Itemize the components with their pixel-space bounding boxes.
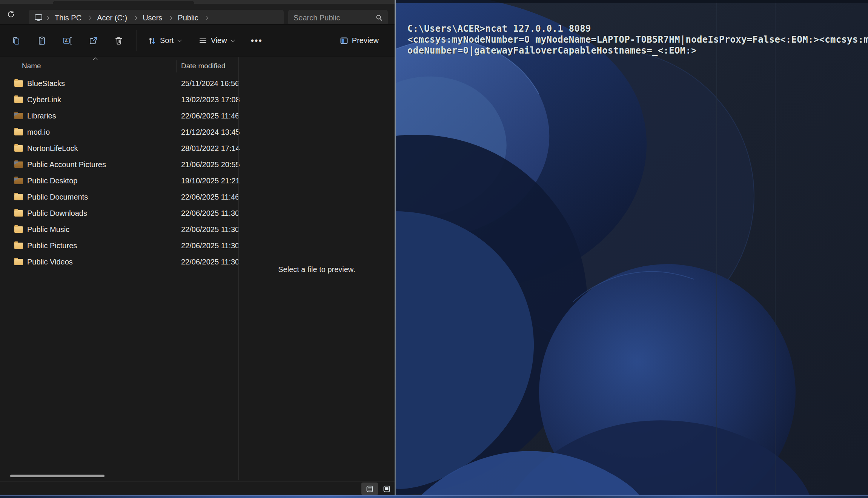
folder-icon xyxy=(14,178,23,184)
file-row[interactable]: Libraries 22/06/2025 11:46 xyxy=(0,108,238,124)
file-date-modified: 22/06/2025 11:30 xyxy=(181,225,239,234)
file-name: NortonLifeLock xyxy=(27,144,78,153)
breadcrumb-item[interactable]: Acer (C:) xyxy=(93,14,131,22)
breadcrumb[interactable]: This PC Acer (C:) Users xyxy=(29,10,284,26)
file-name: Public Documents xyxy=(27,193,88,201)
file-row[interactable]: Public Documents 22/06/2025 11:46 xyxy=(0,189,238,205)
file-date-modified: 22/06/2025 11:46 xyxy=(181,112,239,120)
preview-pane-icon xyxy=(340,36,349,45)
file-date-modified: 22/06/2025 11:30 xyxy=(181,241,239,250)
file-date-modified: 21/12/2024 13:45 xyxy=(181,128,240,137)
terminal-output-line: <cmcsys:myNodeNumber=0 myNodeName=LAPTOP… xyxy=(407,34,868,45)
chevron-down-icon xyxy=(177,38,181,42)
thumbnail-view-icon xyxy=(383,485,390,493)
refresh-icon xyxy=(6,10,15,19)
details-view-button[interactable] xyxy=(361,483,378,495)
rename-icon: A xyxy=(62,36,73,46)
paste-icon xyxy=(37,36,47,46)
file-row[interactable]: Public Downloads 22/06/2025 11:30 xyxy=(0,205,238,221)
desktop-area: C:\Users\ACER>ncat 127.0.0.1 8089 <cmcsy… xyxy=(396,0,868,498)
chevron-down-icon xyxy=(230,38,235,42)
toolbar-separator xyxy=(137,30,137,51)
screen: This PC Acer (C:) Users xyxy=(0,0,868,498)
file-date-modified: 22/06/2025 11:30 xyxy=(181,258,239,266)
file-name: BlueStacks xyxy=(27,79,65,88)
file-row[interactable]: Public Pictures 22/06/2025 11:30 xyxy=(0,238,238,254)
svg-text:A: A xyxy=(65,38,68,43)
address-bar-row: This PC Acer (C:) Users xyxy=(0,4,395,24)
windows-bloom-wallpaper xyxy=(396,0,868,498)
terminal-window[interactable]: C:\Users\ACER>ncat 127.0.0.1 8089 <cmcsy… xyxy=(407,23,868,56)
folder-icon xyxy=(14,161,23,168)
breadcrumb-item[interactable]: This PC xyxy=(51,14,85,22)
terminal-output-line: C:\Users\ACER>ncat 127.0.0.1 8089 xyxy=(407,23,868,34)
file-name: Public Downloads xyxy=(27,209,87,218)
preview-toggle-button[interactable]: Preview xyxy=(335,31,383,50)
file-list: BlueStacks 25/11/2024 16:56 CyberLink 13… xyxy=(0,75,238,270)
folder-icon xyxy=(14,80,23,87)
copy-button[interactable] xyxy=(7,31,26,50)
file-row[interactable]: NortonLifeLock 28/01/2022 17:14 xyxy=(0,140,238,157)
file-date-modified: 21/06/2025 20:55 xyxy=(181,160,240,169)
folder-icon xyxy=(14,113,23,119)
thumbnail-view-button[interactable] xyxy=(379,483,394,495)
view-label: View xyxy=(211,36,227,45)
breadcrumb-item[interactable]: Public xyxy=(174,14,202,22)
file-name: Libraries xyxy=(27,112,56,120)
sort-button[interactable]: Sort xyxy=(143,31,186,50)
this-pc-icon xyxy=(34,14,43,22)
view-icon xyxy=(198,36,207,45)
column-header-name[interactable]: Name xyxy=(22,62,41,70)
file-date-modified: 25/11/2024 16:56 xyxy=(181,79,239,88)
file-name: Public Desktop xyxy=(27,177,77,185)
file-name: CyberLink xyxy=(27,95,61,104)
breadcrumb-item[interactable]: Users xyxy=(139,14,166,22)
folder-icon xyxy=(14,194,23,200)
file-date-modified: 13/02/2023 17:08 xyxy=(181,95,240,104)
column-divider[interactable] xyxy=(177,60,177,72)
file-name: Public Music xyxy=(27,225,69,234)
column-header-date-modified[interactable]: Date modified xyxy=(181,62,225,70)
view-button[interactable]: View xyxy=(194,31,239,50)
chevron-right-icon[interactable] xyxy=(204,15,209,20)
horizontal-scrollbar-thumb[interactable] xyxy=(10,475,104,477)
file-name: Public Videos xyxy=(27,258,73,266)
file-row[interactable]: Public Videos 22/06/2025 11:30 xyxy=(0,254,238,270)
chevron-right-icon[interactable] xyxy=(132,15,137,20)
file-row[interactable]: Public Account Pictures 21/06/2025 20:55 xyxy=(0,157,238,173)
search-icon[interactable] xyxy=(376,14,383,21)
file-name: Public Pictures xyxy=(27,241,77,250)
chevron-right-icon[interactable] xyxy=(45,15,49,20)
breadcrumb-items: This PC Acer (C:) Users xyxy=(51,14,210,22)
delete-icon xyxy=(114,36,124,46)
terminal-output-line: odeNumber=0|gatewayFailoverCapableHostna… xyxy=(407,45,868,56)
chevron-right-icon[interactable] xyxy=(167,15,172,20)
folder-icon xyxy=(14,259,23,265)
chevron-right-icon[interactable] xyxy=(87,15,92,20)
file-row[interactable]: BlueStacks 25/11/2024 16:56 xyxy=(0,75,238,92)
file-date-modified: 28/01/2022 17:14 xyxy=(181,144,240,153)
folder-icon xyxy=(14,97,23,103)
sort-label: Sort xyxy=(160,36,174,45)
refresh-button[interactable] xyxy=(5,8,17,21)
file-row[interactable]: mod.io 21/12/2024 13:45 xyxy=(0,124,238,140)
folder-icon xyxy=(14,226,23,233)
file-date-modified: 22/06/2025 11:30 xyxy=(181,209,239,218)
more-options-button[interactable]: ••• xyxy=(251,35,263,46)
delete-button[interactable] xyxy=(109,31,128,50)
copy-icon xyxy=(11,36,21,46)
folder-icon xyxy=(14,129,23,135)
share-button[interactable] xyxy=(84,31,103,50)
command-toolbar: A xyxy=(0,24,395,57)
folder-icon xyxy=(14,145,23,152)
search-box[interactable]: Search Public xyxy=(288,10,388,26)
file-date-modified: 19/10/2025 21:21 xyxy=(181,177,240,185)
search-placeholder: Search Public xyxy=(293,14,340,22)
file-row[interactable]: CyberLink 13/02/2023 17:08 xyxy=(0,92,238,108)
rename-button[interactable]: A xyxy=(58,31,77,50)
folder-icon xyxy=(14,243,23,249)
paste-button[interactable] xyxy=(32,31,51,50)
file-row[interactable]: Public Desktop 19/10/2025 21:21 xyxy=(0,173,238,189)
file-row[interactable]: Public Music 22/06/2025 11:30 xyxy=(0,221,238,238)
column-header-row: Name Date modified xyxy=(0,57,238,75)
